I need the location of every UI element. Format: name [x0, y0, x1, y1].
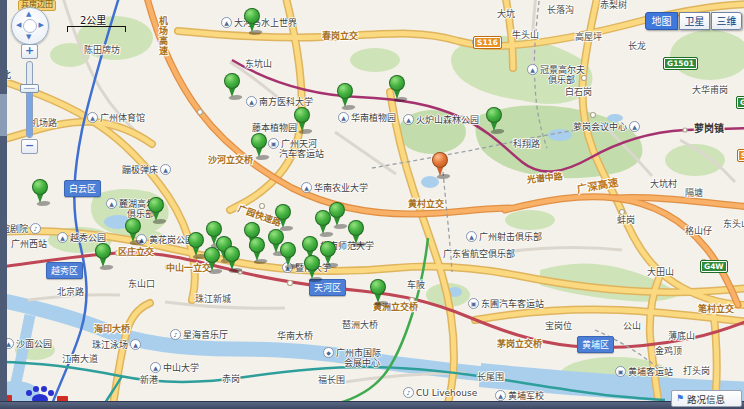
music-poi-icon: ♪ — [30, 223, 41, 234]
poi-label: ▲华南农业大学 — [301, 181, 368, 194]
scale-label: 2公里 — [80, 12, 106, 27]
poi-label-text: 华南农业大学 — [314, 181, 368, 194]
road-label: 海印大桥 — [94, 325, 130, 335]
map-pin-green[interactable] — [94, 243, 112, 269]
poi-label-text: 沙面公园 — [16, 337, 52, 350]
music-poi-icon: ♪ — [170, 329, 181, 340]
map-pin-green[interactable] — [347, 220, 365, 246]
area-label: 白石岗 — [565, 88, 592, 98]
poi-label-text: 萝岗会议中心 — [573, 120, 627, 133]
area-label: 大坑村 — [650, 180, 677, 190]
area-label: 打头岗 — [683, 367, 710, 377]
area-label: 大田山 — [647, 268, 674, 278]
poi-label: ▲火炉山森林公园 — [403, 113, 479, 126]
road-label: 区庄立交 — [118, 248, 154, 258]
road-label: 春岗立交 — [322, 32, 358, 42]
poi-label: 珠江泳场▲ — [92, 338, 141, 351]
pan-left-icon[interactable]: ◀ — [16, 22, 21, 29]
poi-label-text: 广东省航空俱乐部 — [443, 247, 515, 260]
pan-up-icon[interactable]: ▲ — [26, 11, 31, 18]
area-label: 科翔路 — [513, 140, 540, 150]
map-type-button-3d[interactable]: 三维 — [711, 12, 742, 30]
traffic-info-button[interactable]: ⚑ 路况信息 — [671, 390, 742, 407]
map-pin-green[interactable] — [336, 83, 354, 109]
poi-label: 汽车客运站 — [279, 147, 324, 160]
map-pin-green[interactable] — [274, 204, 292, 230]
scenic-poi-icon: ▲ — [301, 182, 312, 193]
pan-center-icon[interactable] — [23, 19, 37, 33]
poi-label: 广东省航空俱乐部 — [443, 247, 515, 260]
area-label: 隔塘 — [685, 189, 703, 199]
poi-label: ▲中山大学 — [150, 361, 199, 374]
zoom-slider-handle[interactable] — [20, 84, 39, 93]
area-label: 蚌岗 — [617, 216, 635, 226]
poi-label-text: 火炉山森林公园 — [416, 113, 479, 126]
map-pin-green[interactable] — [250, 133, 268, 159]
area-label: 琶洲大桥 — [342, 321, 378, 331]
map-pin-green[interactable] — [388, 75, 406, 101]
map-type-button-map[interactable]: 地图 — [645, 12, 678, 30]
road-label: 笔村立交 — [698, 305, 734, 315]
highway-shield: G1501 — [663, 57, 698, 70]
bus-poi-icon: ▣ — [268, 138, 279, 149]
scenic-poi-icon: ▲ — [527, 64, 538, 75]
map-pin-green[interactable] — [31, 179, 49, 205]
poi-label: ▣黄埔客运站 — [615, 365, 673, 378]
bus-poi-icon: ▣ — [615, 366, 626, 377]
bottom-window-bar — [0, 401, 744, 409]
poi-label: ▲黄花岗公园 — [136, 233, 194, 246]
pan-down-icon[interactable]: ▼ — [26, 34, 31, 41]
map-pin-green[interactable] — [124, 218, 142, 244]
scenic-poi-icon: ▲ — [87, 112, 98, 123]
area-label: 薄底山 — [668, 332, 695, 342]
map-pin-green[interactable] — [279, 242, 297, 268]
poi-label-text: 蹦极弹床 — [122, 163, 158, 176]
poi-label-text: 华南植物园 — [351, 111, 396, 124]
area-label: 陈田牌坊 — [84, 46, 120, 56]
area-label: 新港 — [140, 376, 158, 386]
area-label: 大坑 — [497, 10, 515, 20]
road-label: 机场高速 — [157, 16, 167, 56]
map-canvas[interactable]: 兵房边田陈田牌坊机场路东坑山大坑长落沟赤梨树牛头山高屋坪长龙白石岗大华甫岗科翔路… — [0, 0, 744, 409]
zoom-in-button[interactable]: + — [21, 44, 38, 59]
area-label: 公山 — [623, 322, 641, 332]
road-label: 黄村立交 — [408, 200, 444, 210]
district-badge: 白云区 — [64, 180, 101, 197]
poi-label-text: 星海音乐厅 — [183, 328, 228, 341]
map-pin-green[interactable] — [369, 279, 387, 305]
map-pin-green[interactable] — [303, 255, 321, 281]
left-edge-panel-tab[interactable] — [0, 94, 7, 136]
zoom-out-button[interactable]: − — [21, 139, 38, 154]
map-pin-green[interactable] — [319, 241, 337, 267]
map-pin-green[interactable] — [485, 107, 503, 133]
highway-shield: G4W — [700, 260, 728, 273]
pan-right-icon[interactable]: ▶ — [39, 22, 44, 29]
map-pin-green[interactable] — [147, 197, 165, 223]
scenic-poi-icon: ▲ — [106, 198, 117, 209]
poi-label-text: CU Livehouse — [416, 388, 477, 398]
poi-label: 萝岗会议中心▲ — [573, 120, 640, 133]
map-pin-green[interactable] — [223, 73, 241, 99]
area-label: 福长围 — [318, 376, 345, 386]
map-pin-green[interactable] — [293, 107, 311, 133]
map-pin-green[interactable] — [248, 237, 266, 263]
district-badge: 越秀区 — [46, 262, 83, 279]
pan-compass-control[interactable]: ▲ ▼ ◀ ▶ — [11, 7, 49, 45]
area-label: 长龙 — [628, 42, 646, 52]
poi-label-text: 广州西站 — [11, 237, 47, 250]
map-pin-green[interactable] — [203, 247, 221, 273]
scenic-poi-icon: ▲ — [246, 96, 257, 107]
map-pin-green[interactable] — [223, 246, 241, 272]
zoom-slider-fill — [27, 92, 32, 137]
map-pin-green[interactable] — [328, 202, 346, 228]
highway-shield: G4W — [736, 96, 744, 109]
map-pin-orange[interactable] — [431, 152, 449, 178]
poi-label-text: 广州射击俱乐部 — [479, 230, 542, 243]
area-label: 东坑山 — [245, 60, 272, 70]
poi-label: ▲广州射击俱乐部 — [466, 230, 542, 243]
area-label: 北京路 — [57, 288, 84, 298]
map-type-button-satellite[interactable]: 卫星 — [679, 12, 710, 30]
map-pin-green[interactable] — [243, 8, 261, 34]
traffic-button-label: 路况信息 — [687, 392, 725, 406]
area-label: 东山口 — [128, 280, 155, 290]
